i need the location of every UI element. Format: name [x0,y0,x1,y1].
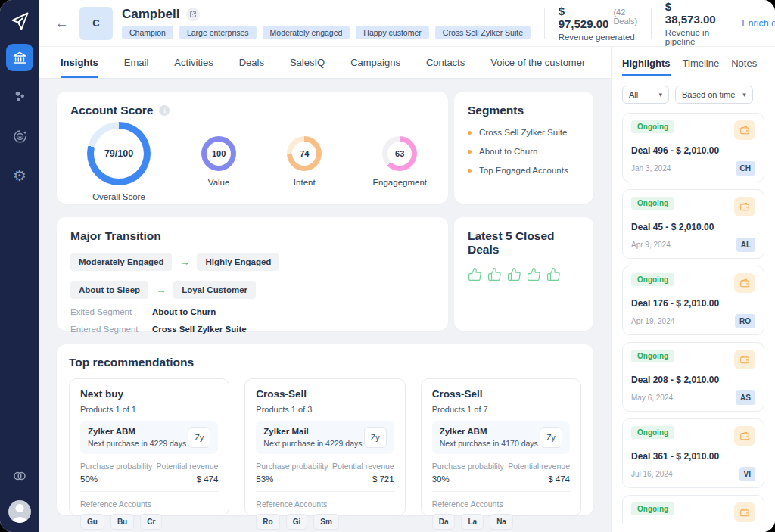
info-icon[interactable]: i [159,105,170,116]
content-area: Insights Email Activities Deals SalesIQ … [39,47,612,532]
tab-activities[interactable]: Activities [174,47,213,78]
thumbs-up-icon [487,267,502,282]
sidebar-item-customer[interactable] [6,123,33,150]
tab-contacts[interactable]: Contacts [426,47,465,78]
user-avatar[interactable] [8,500,31,523]
reference-account-chip[interactable]: Na [490,514,513,530]
tab-campaigns[interactable]: Campaigns [350,47,400,78]
revenue-generated-amount: $ 97,529.00 [559,5,609,30]
enrich-data-link[interactable]: Enrich data [742,18,775,29]
deal-card[interactable]: Ongoing Deal 176 - $ 2,010.00 Apr 19, 20… [622,266,764,335]
sidebar-item-segments[interactable] [6,83,33,110]
reference-accounts-label: Reference Accounts [80,499,218,509]
tag-chip: Happy customer [356,26,428,39]
sidebar-item-accounts[interactable] [6,44,33,71]
open-external-icon[interactable] [186,8,200,21]
reference-account-chip[interactable]: Gu [80,514,104,530]
status-badge: Ongoing [631,120,674,133]
main-column: ← C Campbell Champion Large enterprises … [39,0,775,532]
deal-card[interactable]: Ongoing Deal 496 - $ 2,010.00 Jan 3, 202… [622,113,764,182]
tab-insights[interactable]: Insights [61,47,98,78]
filter-time-select[interactable]: Based on time▾ [675,86,753,104]
tag-chip: Moderately engaged [263,26,350,39]
revenue-pipeline-amount: $ 38,573.00 [665,0,716,26]
bullet-icon [468,150,472,154]
potential-revenue: Potential revenue $ 474 [157,462,219,484]
owner-initials-badge: RO [735,314,755,328]
arrow-right-icon: → [156,285,166,296]
deal-card[interactable]: Ongoing Deal 208 - $ 2,010.00 May 6, 202… [622,342,764,412]
revenue-stats: $ 97,529.00 (42 Deals) Revenue generated… [531,0,775,46]
major-transition-card: Major Transition Moderately Engaged → Hi… [57,217,448,331]
chevron-down-icon: ▾ [658,91,662,98]
sidebar: ⚙ [0,0,39,532]
reference-accounts-label: Reference Accounts [432,499,570,509]
wallet-icon [734,273,755,293]
deal-title: Deal 361 - $ 2,010.00 [631,451,755,462]
sidebar-item-integrations[interactable] [6,462,33,490]
linked-rings-icon [11,468,28,484]
wallet-icon [734,502,755,522]
reference-account-chip[interactable]: La [461,514,484,530]
tag-chip: Champion [122,26,173,39]
reference-account-chip[interactable]: Sm [313,514,339,530]
account-score-title: Account Score [70,104,153,117]
account-score-card: Account Score i 79/100 Overall Score [57,92,448,204]
tab-voice-of-customer[interactable]: Voice of the customer [490,47,585,78]
status-badge: Ongoing [631,197,674,210]
deal-list: Ongoing Deal 496 - $ 2,010.00 Jan 3, 202… [622,113,764,524]
deal-card[interactable]: Ongoing Deal 350 - $ 2,010.00 Sep 8, 202… [622,495,764,524]
reference-account-chip[interactable]: Gi [286,514,308,530]
account-name: Campbell [122,7,180,22]
reference-account-chip[interactable]: Ro [256,514,279,530]
major-transition-title: Major Transition [70,229,434,243]
thumbs-up-icon [507,267,521,282]
thumbs-up-row [468,267,580,282]
customer-orbit-icon [12,129,28,145]
account-tags: Champion Large enterprises Moderately en… [122,26,531,39]
tab-timeline[interactable]: Timeline [683,58,720,76]
deal-date: Jul 16, 2024 [631,470,673,478]
tab-deals[interactable]: Deals [239,47,264,78]
sidebar-item-settings[interactable]: ⚙ [6,162,33,189]
reference-accounts-label: Reference Accounts [256,499,394,509]
reference-account-chip[interactable]: Bu [110,514,134,530]
bullet-icon [468,131,472,135]
highlights-panel: Highlights Timeline Notes All▾ Based on … [612,47,775,532]
product-row[interactable]: Zylker ABM Next purchase in 4229 days Zy [80,421,218,454]
top-recommendations-title: Top recommendations [69,356,581,369]
insights-dashboard: Account Score i 79/100 Overall Score [39,79,611,532]
closed-deals-title: Latest 5 Closed Deals [468,229,580,257]
account-avatar: C [79,7,113,40]
product-row[interactable]: Zylker Mail Next purchase in 4229 days Z… [256,421,394,454]
deal-card[interactable]: Ongoing Deal 361 - $ 2,010.00 Jul 16, 20… [622,418,764,488]
product-badge: Zy [188,427,210,448]
filter-all-select[interactable]: All▾ [622,86,669,104]
divider [651,8,652,39]
account-header: ← C Campbell Champion Large enterprises … [39,0,775,47]
deal-card[interactable]: Ongoing Deal 45 - $ 2,010.00 Apr 9, 2024… [622,189,764,259]
transition-row: Moderately Engaged → Highly Engaged [70,253,434,271]
tab-notes[interactable]: Notes [731,58,757,76]
wallet-icon [734,197,755,216]
back-button[interactable]: ← [54,15,69,32]
tab-highlights[interactable]: Highlights [622,58,671,76]
reference-account-chip[interactable]: Da [432,514,456,530]
status-badge: Ongoing [631,273,674,286]
purchase-probability: Purchase probability 53% [256,462,328,484]
owner-initials-badge: VI [739,467,755,481]
recommendation-cross-sell-2: Cross-Sell Products 1 of 7 Zylker ABM Ne… [421,378,581,516]
tab-email[interactable]: Email [124,47,149,78]
product-row[interactable]: Zylker ABM Next purchase in 4170 days Zy [432,421,570,454]
revenue-pipeline-label: Revenue in pipeline [665,28,716,46]
bank-icon [12,50,27,65]
panel-filters: All▾ Based on time▾ [622,86,764,104]
tab-salesiq[interactable]: SalesIQ [290,47,325,78]
deal-date: Jan 3, 2024 [631,164,671,173]
app-window: ⚙ ← C Campbell [0,0,775,532]
deal-date: Apr 9, 2024 [631,241,671,249]
wallet-icon [734,426,755,446]
deal-date: Apr 19, 2024 [631,317,674,325]
thumbs-up-icon [468,267,482,282]
reference-account-chip[interactable]: Cr [140,514,162,530]
